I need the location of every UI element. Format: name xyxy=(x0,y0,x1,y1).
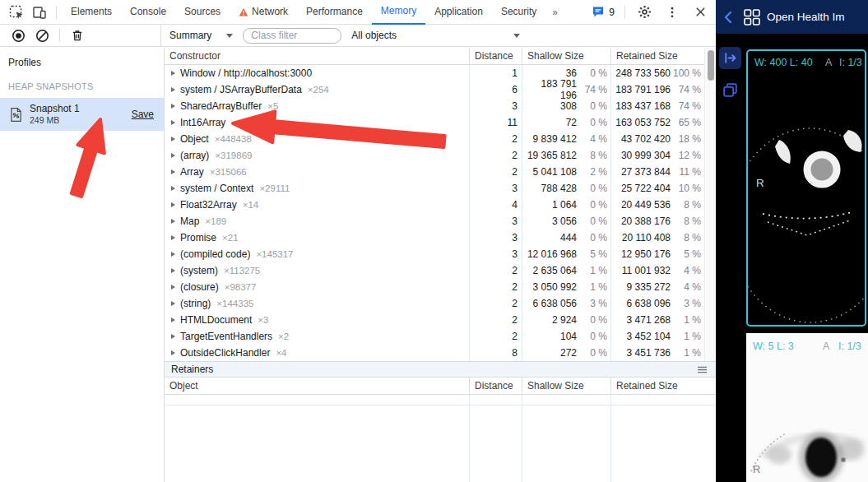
distance-value: 1 xyxy=(469,65,522,81)
distance-value: 11 xyxy=(469,114,522,131)
tab-performance[interactable]: Performance xyxy=(297,0,372,25)
instance-count: ×448438 xyxy=(215,134,252,144)
column-retained-size[interactable]: Retained Size xyxy=(610,48,704,64)
table-row[interactable]: (compiled code) ×145317 3 12 016 968 5 %… xyxy=(165,246,704,262)
table-row[interactable]: Promise ×21 3 444 0 % 20 110 408 8 % xyxy=(165,229,704,246)
class-filter-input[interactable] xyxy=(243,28,341,44)
perspective-select[interactable]: Summary xyxy=(169,30,233,41)
instance-count: ×29111 xyxy=(259,183,290,193)
constructor-name: Int16Array xyxy=(180,117,225,128)
table-row[interactable]: Float32Array ×14 4 1 064 0 % 20 449 536 … xyxy=(165,197,704,213)
disclosure-triangle-icon[interactable] xyxy=(171,202,175,207)
column-object[interactable]: Object xyxy=(165,378,469,394)
retained-size-value: 3 471 268 xyxy=(611,314,671,326)
disclosure-triangle-icon[interactable] xyxy=(171,87,175,92)
window-level-overlay: W: 400 L: 40 xyxy=(754,57,813,68)
disclosure-triangle-icon[interactable] xyxy=(171,285,175,290)
table-row[interactable]: OutsideClickHandler ×4 8 272 0 % 3 451 7… xyxy=(165,345,704,361)
disclosure-triangle-icon[interactable] xyxy=(171,235,175,240)
delete-icon[interactable] xyxy=(70,29,84,43)
disclosure-triangle-icon[interactable] xyxy=(171,186,175,191)
scrollbar-thumb[interactable] xyxy=(708,50,714,81)
disclosure-triangle-icon[interactable] xyxy=(171,252,175,257)
panel-open-icon[interactable] xyxy=(719,47,741,69)
snapshot-item[interactable]: Snapshot 1 249 MB Save xyxy=(0,98,164,131)
table-row[interactable]: TargetEventHandlers ×2 2 104 0 % 3 452 1… xyxy=(165,328,704,345)
back-chevron-icon[interactable] xyxy=(721,9,737,25)
table-row[interactable]: Array ×315066 2 5 041 108 2 % 27 373 844… xyxy=(165,164,704,180)
tab-application[interactable]: Application xyxy=(425,0,492,25)
devtools-tabbar: Elements Console Sources Network Perform… xyxy=(0,0,716,25)
disclosure-triangle-icon[interactable] xyxy=(171,268,175,273)
shallow-size-value: 308 xyxy=(522,100,577,112)
messages-count: 9 xyxy=(609,7,615,18)
clear-icon[interactable] xyxy=(35,29,49,43)
constructor-rows: Window / http://localhost:3000 1 36 0 % … xyxy=(165,65,716,361)
disclosure-triangle-icon[interactable] xyxy=(171,301,175,306)
tab-elements[interactable]: Elements xyxy=(62,0,121,25)
column-shallow-size[interactable]: Shallow Size xyxy=(522,48,610,64)
disclosure-triangle-icon[interactable] xyxy=(171,120,175,125)
tab-memory[interactable]: Memory xyxy=(372,0,425,25)
more-tabs-button[interactable]: » xyxy=(545,7,565,18)
console-messages-button[interactable]: 9 xyxy=(587,6,620,18)
table-row[interactable]: Window / http://localhost:3000 1 36 0 % … xyxy=(165,65,704,81)
disclosure-triangle-icon[interactable] xyxy=(171,169,175,174)
instance-count: ×3 xyxy=(258,315,268,325)
disclosure-triangle-icon[interactable] xyxy=(171,350,175,355)
column-shallow-size[interactable]: Shallow Size xyxy=(522,378,610,394)
viewport-ct-axial[interactable]: W: 400 L: 40 A I: 1/3 R xyxy=(746,49,866,327)
disclosure-triangle-icon[interactable] xyxy=(171,317,175,322)
inspect-icon[interactable] xyxy=(9,5,24,20)
tab-console[interactable]: Console xyxy=(121,0,175,25)
tab-sources[interactable]: Sources xyxy=(175,0,230,25)
table-row[interactable]: (string) ×144335 2 6 638 056 3 % 6 638 0… xyxy=(165,295,704,312)
tab-security[interactable]: Security xyxy=(492,0,545,25)
layout-grid-icon[interactable] xyxy=(744,9,760,25)
column-distance[interactable]: Distance xyxy=(469,378,522,394)
retained-size-value: 20 110 408 xyxy=(611,232,671,243)
table-row[interactable]: system / Context ×29111 3 788 428 0 % 25… xyxy=(165,180,704,197)
retained-size-value: 20 449 536 xyxy=(611,199,671,211)
device-toolbar-icon[interactable] xyxy=(32,5,47,20)
table-row[interactable]: Map ×189 3 3 056 0 % 20 388 176 8 % xyxy=(165,213,704,229)
distance-value: 8 xyxy=(469,345,522,361)
disclosure-triangle-icon[interactable] xyxy=(171,71,175,76)
ct-scan-image xyxy=(748,51,865,325)
table-row[interactable]: Int16Array 11 72 0 % 163 053 752 65 % xyxy=(165,114,704,131)
record-icon[interactable] xyxy=(12,29,26,43)
settings-gear-icon[interactable] xyxy=(637,5,652,20)
retained-size-percent: 4 % xyxy=(671,281,701,293)
snapshot-size: 249 MB xyxy=(30,115,80,126)
shallow-size-percent: 0 % xyxy=(577,331,607,342)
disclosure-triangle-icon[interactable] xyxy=(171,137,175,141)
retainers-menu-icon[interactable] xyxy=(697,365,708,374)
grid-scrollbar[interactable] xyxy=(704,48,716,361)
table-row[interactable]: HTMLDocument ×3 2 2 924 0 % 3 471 268 1 … xyxy=(165,312,704,328)
column-distance[interactable]: Distance xyxy=(469,48,522,64)
distance-value: 2 xyxy=(469,328,522,345)
table-row[interactable]: Object ×448438 2 9 839 412 4 % 43 702 42… xyxy=(165,131,704,147)
column-retained-size[interactable]: Retained Size xyxy=(610,378,716,394)
tab-network[interactable]: Network xyxy=(230,0,297,25)
disclosure-triangle-icon[interactable] xyxy=(171,334,175,339)
table-row[interactable]: (closure) ×98377 2 3 050 992 1 % 9 335 2… xyxy=(165,279,704,295)
kebab-menu-icon[interactable] xyxy=(665,5,680,20)
table-row[interactable]: (system) ×113275 2 2 635 064 1 % 11 001 … xyxy=(165,262,704,279)
retainers-empty-body xyxy=(165,395,716,482)
column-constructor[interactable]: Constructor xyxy=(165,48,469,64)
table-row[interactable]: (array) ×319869 2 19 365 812 8 % 30 999 … xyxy=(165,147,704,164)
save-link[interactable]: Save xyxy=(132,109,154,120)
disclosure-triangle-icon[interactable] xyxy=(171,153,175,158)
instance-count: ×254 xyxy=(308,85,329,95)
constructor-name: Float32Array xyxy=(180,199,237,211)
distance-value: 2 xyxy=(469,131,522,147)
close-icon[interactable] xyxy=(693,5,708,20)
disclosure-triangle-icon[interactable] xyxy=(171,104,175,109)
viewport-pet-axial[interactable]: W: 5 L: 3 A I: 1/3 R xyxy=(746,333,868,482)
disclosure-triangle-icon[interactable] xyxy=(171,219,175,224)
table-row[interactable]: system / JSArrayBufferData ×254 6 183 79… xyxy=(165,81,704,98)
layers-icon[interactable] xyxy=(722,81,739,99)
objects-scope-select[interactable]: All objects xyxy=(351,30,520,41)
table-row[interactable]: SharedArrayBuffer ×5 3 308 0 % 183 437 1… xyxy=(165,98,704,114)
